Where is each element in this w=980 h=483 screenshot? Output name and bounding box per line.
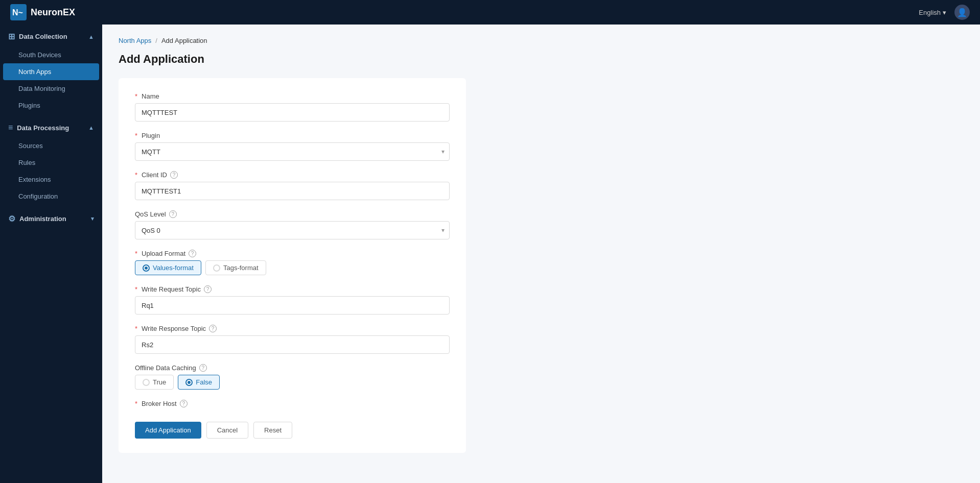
broker-host-field-group: * Broker Host ? [135, 400, 450, 407]
qos-select-wrapper: QoS 0 QoS 1 QoS 2 ▾ [135, 221, 450, 239]
name-field-group: * Name [135, 92, 450, 122]
tags-radio-dot [213, 264, 220, 272]
form-actions: Add Application Cancel Reset [135, 422, 450, 439]
sidebar-group-label-data-collection: Data Collection [19, 33, 67, 40]
sidebar-item-data-monitoring[interactable]: Data Monitoring [0, 80, 102, 97]
name-label: * Name [135, 92, 450, 100]
write-response-topic-help-icon[interactable]: ? [209, 325, 217, 332]
plugin-field-group: * Plugin MQTT SparkplugB OPCUA ▾ [135, 132, 450, 161]
sidebar-group-label-data-processing: Data Processing [17, 124, 69, 132]
broker-host-help-icon[interactable]: ? [180, 400, 188, 407]
sidebar-group-label-administration: Administration [19, 215, 66, 223]
offline-data-caching-help-icon[interactable]: ? [199, 364, 207, 372]
sidebar-section-data-processing: ≡ Data Processing ▲ Sources Rules Extens… [0, 116, 102, 207]
qos-help-icon[interactable]: ? [169, 210, 177, 218]
brand-logo[interactable]: N~ NeuronEX [10, 4, 75, 20]
write-request-topic-label: * Write Request Topic ? [135, 285, 450, 293]
offline-false-radio-dot [185, 379, 193, 386]
plugin-label: * Plugin [135, 132, 450, 139]
add-application-button[interactable]: Add Application [135, 422, 201, 439]
breadcrumb-separator: / [155, 37, 157, 44]
client-id-help-icon[interactable]: ? [170, 171, 178, 179]
write-response-topic-input[interactable] [135, 335, 450, 354]
offline-data-caching-label: Offline Data Caching ? [135, 364, 450, 372]
name-input[interactable] [135, 103, 450, 122]
breadcrumb: North Apps / Add Application [119, 37, 964, 44]
sidebar-item-plugins[interactable]: Plugins [0, 97, 102, 114]
sidebar-group-data-processing[interactable]: ≡ Data Processing ▲ [0, 118, 102, 137]
svg-text:N~: N~ [12, 8, 23, 17]
sidebar-item-rules[interactable]: Rules [0, 154, 102, 171]
offline-data-caching-radio-group: True False [135, 375, 450, 390]
upload-format-values-option[interactable]: Values-format [135, 260, 201, 275]
sidebar-item-sources[interactable]: Sources [0, 137, 102, 154]
sidebar-items-data-collection: South Devices North Apps Data Monitoring… [0, 46, 102, 114]
qos-select[interactable]: QoS 0 QoS 1 QoS 2 [135, 221, 450, 239]
sidebar-group-data-collection[interactable]: ⊞ Data Collection ▲ [0, 27, 102, 46]
reset-button[interactable]: Reset [253, 422, 292, 439]
sidebar-section-data-collection: ⊞ Data Collection ▲ South Devices North … [0, 25, 102, 116]
upload-format-radio-group: Values-format Tags-format [135, 260, 450, 275]
sidebar-section-administration: ⚙ Administration ▾ [0, 207, 102, 231]
write-request-topic-input[interactable] [135, 296, 450, 315]
sidebar-item-north-apps[interactable]: North Apps [3, 63, 99, 80]
upload-format-tags-option[interactable]: Tags-format [205, 260, 266, 275]
chevron-icon-data-collection: ▲ [88, 34, 94, 40]
sidebar-items-data-processing: Sources Rules Extensions Configuration [0, 137, 102, 205]
broker-host-label: * Broker Host ? [135, 400, 450, 407]
cancel-button[interactable]: Cancel [206, 422, 248, 439]
offline-true-option[interactable]: True [135, 375, 174, 390]
breadcrumb-parent[interactable]: North Apps [119, 37, 151, 44]
chevron-icon-administration: ▾ [91, 215, 94, 222]
upload-format-label: * Upload Format ? [135, 250, 450, 257]
client-id-field-group: * Client ID ? [135, 171, 450, 200]
qos-level-field-group: QoS Level ? QoS 0 QoS 1 QoS 2 ▾ [135, 210, 450, 239]
data-processing-icon: ≡ [8, 123, 13, 132]
client-id-input[interactable] [135, 182, 450, 200]
sidebar: ⊞ Data Collection ▲ South Devices North … [0, 25, 102, 483]
client-id-label: * Client ID ? [135, 171, 450, 179]
write-request-topic-field-group: * Write Request Topic ? [135, 285, 450, 315]
qos-level-label: QoS Level ? [135, 210, 450, 218]
language-selector[interactable]: English ▾ [919, 9, 946, 16]
user-avatar[interactable]: 👤 [954, 5, 970, 20]
offline-true-radio-dot [143, 379, 150, 386]
brand-name: NeuronEX [31, 7, 75, 18]
topnav-right: English ▾ 👤 [919, 5, 970, 20]
add-application-form: * Name * Plugin MQTT SparkplugB OPCUA ▾ [119, 78, 466, 453]
avatar-icon: 👤 [957, 8, 967, 17]
plugin-select[interactable]: MQTT SparkplugB OPCUA [135, 142, 450, 161]
write-request-topic-help-icon[interactable]: ? [204, 285, 212, 293]
administration-icon: ⚙ [8, 214, 15, 224]
sidebar-item-configuration[interactable]: Configuration [0, 188, 102, 205]
main-content: North Apps / Add Application Add Applica… [102, 25, 980, 483]
breadcrumb-current: Add Application [161, 37, 207, 44]
plugin-select-wrapper: MQTT SparkplugB OPCUA ▾ [135, 142, 450, 161]
data-collection-icon: ⊞ [8, 32, 15, 41]
offline-data-caching-field-group: Offline Data Caching ? True False [135, 364, 450, 390]
chevron-icon-data-processing: ▲ [88, 125, 94, 131]
top-navigation: N~ NeuronEX English ▾ 👤 [0, 0, 980, 25]
page-title: Add Application [119, 53, 964, 66]
brand-icon: N~ [10, 4, 27, 20]
write-response-topic-field-group: * Write Response Topic ? [135, 325, 450, 354]
values-radio-dot [143, 264, 150, 272]
sidebar-item-south-devices[interactable]: South Devices [0, 46, 102, 63]
upload-format-field-group: * Upload Format ? Values-format Tags-for… [135, 250, 450, 275]
offline-false-option[interactable]: False [178, 375, 220, 390]
sidebar-group-administration[interactable]: ⚙ Administration ▾ [0, 209, 102, 229]
upload-format-help-icon[interactable]: ? [189, 250, 196, 257]
write-response-topic-label: * Write Response Topic ? [135, 325, 450, 332]
chevron-down-icon: ▾ [943, 9, 946, 16]
sidebar-item-extensions[interactable]: Extensions [0, 171, 102, 188]
